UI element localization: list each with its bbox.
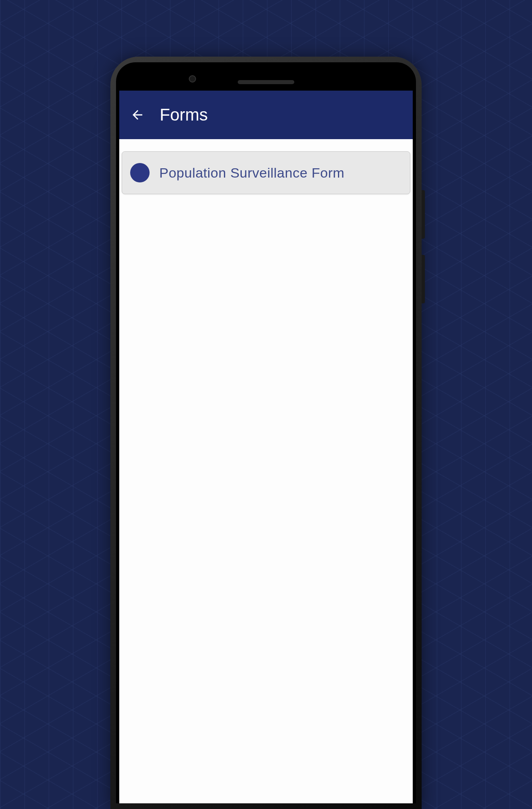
form-status-dot-icon bbox=[130, 163, 150, 182]
side-button bbox=[422, 190, 425, 239]
phone-speaker bbox=[238, 80, 294, 84]
side-button bbox=[422, 255, 425, 303]
phone-notch bbox=[116, 62, 416, 91]
phone-camera bbox=[189, 75, 196, 83]
arrow-left-icon bbox=[130, 108, 145, 122]
content-area: Population Surveillance Form bbox=[119, 139, 413, 206]
phone-inner: Forms Population Surveillance Form bbox=[116, 62, 416, 803]
screen: Forms Population Surveillance Form bbox=[119, 91, 413, 803]
app-bar: Forms bbox=[119, 91, 413, 139]
page-title: Forms bbox=[160, 105, 208, 125]
back-button[interactable] bbox=[127, 105, 148, 125]
phone-frame: Forms Population Surveillance Form bbox=[110, 57, 422, 809]
form-item-label: Population Surveillance Form bbox=[159, 165, 344, 181]
form-list-item[interactable]: Population Surveillance Form bbox=[122, 151, 410, 194]
